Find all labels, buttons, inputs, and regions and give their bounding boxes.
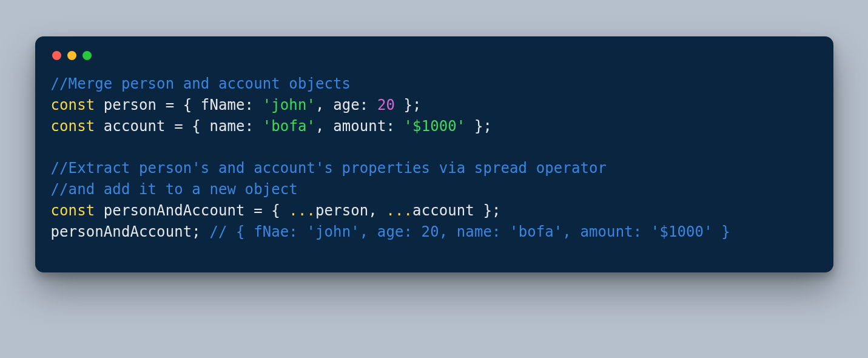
code-token: = { — [166, 118, 210, 135]
code-token: , — [368, 202, 386, 219]
code-token: = { — [156, 96, 201, 113]
code-token: //Extract person's and account's propert… — [51, 160, 607, 177]
code-token: : — [245, 96, 263, 113]
code-token: ... — [289, 202, 315, 219]
code-token — [95, 202, 104, 219]
code-token: amount — [333, 118, 386, 135]
code-token: , — [315, 118, 333, 135]
zoom-icon[interactable] — [82, 51, 92, 60]
code-token: }; — [465, 118, 492, 135]
code-token: ; — [192, 223, 209, 240]
code-token: person — [104, 96, 156, 113]
code-block: //Merge person and account objects const… — [51, 73, 818, 242]
code-window: //Merge person and account objects const… — [35, 36, 833, 272]
code-token: 'john' — [263, 96, 315, 113]
code-token: //and add it to a new object — [51, 181, 298, 198]
code-token: name — [209, 118, 244, 135]
code-token: const — [51, 202, 95, 219]
close-icon[interactable] — [52, 51, 61, 60]
code-token: // { fNae: 'john', age: 20, name: 'bofa'… — [209, 223, 730, 240]
code-token: personAndAccount — [104, 202, 245, 219]
code-token: 20 — [377, 96, 395, 113]
code-token: person — [315, 202, 368, 219]
code-token: fName — [201, 96, 245, 113]
code-token: ... — [386, 202, 412, 219]
code-token: age — [333, 96, 360, 113]
code-token — [95, 96, 104, 113]
code-token: : — [360, 96, 377, 113]
code-token: : — [245, 118, 263, 135]
code-token: //Merge person and account objects — [51, 75, 351, 92]
window-controls — [51, 49, 818, 73]
code-token: account — [412, 202, 474, 219]
code-token: }; — [395, 96, 422, 113]
code-token: personAndAccount — [51, 223, 192, 240]
code-token: 'bofa' — [263, 118, 315, 135]
code-token: const — [51, 96, 95, 113]
code-token: , — [315, 96, 333, 113]
code-token: : — [386, 118, 403, 135]
code-token: '$1000' — [404, 118, 466, 135]
code-token: }; — [474, 202, 501, 219]
code-token: = { — [245, 202, 289, 219]
code-token: account — [104, 118, 166, 135]
minimize-icon[interactable] — [67, 51, 76, 60]
code-token: const — [51, 118, 95, 135]
code-token — [95, 118, 104, 135]
